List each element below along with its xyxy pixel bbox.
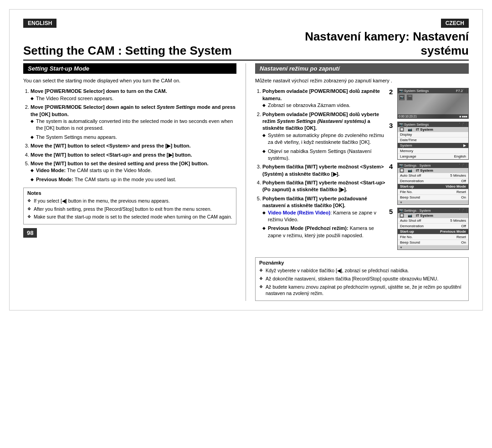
czech-substep-1-1: Zobrazí se obrazovka Záznam videa. bbox=[262, 102, 385, 109]
screen-3-menu: Display Date/Time System▶ Memory bbox=[398, 132, 468, 159]
menu4-startup: Start-upVideo Mode bbox=[398, 184, 468, 189]
czech-note-2: Až dokončíte nastavení, stiskem tlačítka… bbox=[259, 275, 465, 282]
screen-5: 📷 Settings : System ⬛⬛ 🔲 📷 IT System A bbox=[397, 208, 469, 250]
substep-1-1: The Video Record screen appears. bbox=[31, 95, 236, 102]
col-english: Setting Start-up Mode You can select the… bbox=[23, 63, 246, 301]
col-czech: Nastavení režimu po zapnutí Můžete nasta… bbox=[246, 63, 469, 301]
screens-column: 2 📷 System Settings F7.2⬛ 📷 bbox=[389, 88, 469, 253]
menu-language: LanguageEnglish bbox=[398, 154, 468, 159]
title-row: Setting the CAM : Setting the System Nas… bbox=[23, 30, 469, 61]
substep-2-2: The System Settings menu appears. bbox=[31, 134, 236, 141]
screen-5-menu: Auto Shut off5 Minutes DemonstrationOff … bbox=[398, 218, 468, 245]
screen-4-num: 4 bbox=[389, 163, 395, 170]
screen-4-title: 📷 Settings : System bbox=[399, 163, 430, 168]
note-2: After you finish setting, press the [Rec… bbox=[27, 206, 232, 213]
menu5-startup: Start-upPrevious Mode bbox=[398, 229, 468, 234]
czech-badge: CZECH bbox=[441, 19, 469, 28]
intro-english: You can select the starting mode display… bbox=[23, 77, 236, 84]
step-3: Move the [W/T] button to select <System>… bbox=[31, 143, 236, 149]
menu4-autoshut: Auto Shut off5 Minutes bbox=[398, 173, 468, 178]
screen-3-icons: ⬛⬛ bbox=[459, 122, 467, 127]
main-columns: Setting Start-up Mode You can select the… bbox=[23, 63, 469, 301]
menu4-beep: Beep SoundOn bbox=[398, 195, 468, 200]
czech-steps-col: Pohybem ovladače [POWER/MODE] dolů zapně… bbox=[255, 88, 385, 253]
screen-4-header: 📷 Settings : System ⬛⬛ bbox=[398, 163, 468, 168]
section-title-czech: Nastavení režimu po zapnutí bbox=[255, 63, 469, 74]
substep-5-1: Video Mode: The CAM starts up in the Vid… bbox=[31, 167, 236, 174]
czech-step-5: Pohybem tlačítka [W/T] vyberte požadovan… bbox=[262, 195, 385, 239]
screen-3-num: 3 bbox=[389, 122, 395, 129]
steps-english: Move [POWER/MODE Selector] down to turn … bbox=[23, 88, 236, 183]
menu5-beep: Beep SoundOn bbox=[398, 240, 468, 245]
page-number: 98 bbox=[23, 224, 236, 238]
steps-czech: Pohybem ovladače [POWER/MODE] dolů zapně… bbox=[255, 88, 385, 239]
screen-5-icons: ⬛⬛ bbox=[459, 209, 467, 213]
screen-2-title: 📷 System Settings bbox=[399, 89, 429, 93]
menu4-demo: DemonstrationOff bbox=[398, 178, 468, 184]
menu4-fileno: File No.Reset bbox=[398, 189, 468, 195]
section-title-english: Setting Start-up Mode bbox=[23, 63, 236, 74]
header-row: ENGLISH CZECH bbox=[23, 19, 469, 28]
screen-4-icons: ⬛⬛ bbox=[459, 163, 467, 168]
time-bar: 0:00:10:23:21 ■ ■■■ bbox=[398, 114, 468, 118]
menu5-fileno: File No.Reset bbox=[398, 234, 468, 240]
screen-3-header: 📷 System Settings ⬛⬛ bbox=[398, 122, 468, 127]
notes-title-english: Notes bbox=[27, 190, 232, 196]
intro-czech: Můžete nastavit výchozí režim zobrazený … bbox=[255, 77, 469, 84]
step-4: Move the [W/T] button to select <Start-u… bbox=[31, 152, 236, 158]
screen-2-info: F7.2⬛ bbox=[456, 89, 467, 93]
page-container: ENGLISH CZECH Setting the CAM : Setting … bbox=[9, 9, 483, 311]
notes-list-english: If you select [◀] button in the menu, th… bbox=[27, 198, 232, 220]
title-english: Setting the CAM : Setting the System bbox=[23, 44, 237, 58]
substep-5-2: Previous Mode: The CAM starts up in the … bbox=[31, 176, 236, 183]
czech-step-2: Pohybem ovladače [POWER/MODE] dolů vyber… bbox=[262, 111, 385, 162]
screen-5-block: 5 📷 Settings : System ⬛⬛ 🔲 📷 IT System bbox=[389, 208, 469, 250]
screen-2-num: 2 bbox=[389, 88, 395, 96]
screen-2-header: 📷 System Settings F7.2⬛ bbox=[398, 88, 468, 93]
notes-box-czech: Poznámky Když vyberete v nabídce tlačítk… bbox=[255, 257, 469, 301]
note-1: If you select [◀] button in the menu, th… bbox=[27, 198, 232, 204]
screen-4-icons-row: 🔲 📷 IT System bbox=[398, 168, 468, 173]
title-czech: Nastavení kamery: Nastavení systému bbox=[255, 30, 469, 58]
screen-4: 📷 Settings : System ⬛⬛ 🔲 📷 IT System A bbox=[397, 163, 469, 205]
screen4-arrow: ▼ bbox=[398, 200, 468, 204]
step-5: Move the [W/T] button to set the desired… bbox=[31, 160, 236, 183]
czech-content-with-screens: Pohybem ovladače [POWER/MODE] dolů zapně… bbox=[255, 88, 469, 253]
czech-substep-5-1: Video Mode (Režim Video): Kamera se zapn… bbox=[262, 209, 385, 224]
note-3: Make sure that the start-up mode is set … bbox=[27, 214, 232, 220]
screen-3-icons-row: 🔲 📷 IT System bbox=[398, 127, 468, 132]
screen5-arrow: ▼ bbox=[398, 245, 468, 249]
step-2: Move [POWER/MODE Selector] down again to… bbox=[31, 104, 236, 141]
czech-step-1: Pohybem ovladače [POWER/MODE] dolů zapně… bbox=[262, 88, 385, 109]
menu-system: System▶ bbox=[398, 143, 468, 148]
notes-box-english: Notes If you select [◀] button in the me… bbox=[23, 188, 236, 224]
screen-5-num: 5 bbox=[389, 208, 395, 215]
czech-substep-5-2: Previous Mode (Předchozí režim): Kamera … bbox=[262, 225, 385, 239]
czech-step-3: Pohybem tlačítka [W/T] vyberte možnost <… bbox=[262, 163, 385, 178]
screen-2: 📷 System Settings F7.2⬛ 📷 🎬 bbox=[397, 88, 469, 119]
english-badge: ENGLISH bbox=[23, 19, 56, 28]
screen-4-block: 4 📷 Settings : System ⬛⬛ 🔲 📷 IT System bbox=[389, 163, 469, 205]
menu5-demo: DemonstrationOff bbox=[398, 224, 468, 229]
screen-2-photo: 📷 🎬 0:00:10:23:21 ■ ■■■ bbox=[398, 93, 468, 118]
notes-list-czech: Když vyberete v nabídce tlačítko [◀], zo… bbox=[259, 267, 465, 297]
step-1: Move [POWER/MODE Selector] down to turn … bbox=[31, 88, 236, 102]
czech-note-1: Když vyberete v nabídce tlačítko [◀], zo… bbox=[259, 267, 465, 274]
screen-5-icons-row: 🔲 📷 IT System bbox=[398, 213, 468, 218]
menu-memory: Memory bbox=[398, 148, 468, 154]
screen-3: 📷 System Settings ⬛⬛ 🔲 📷 IT System Dis bbox=[397, 122, 469, 160]
czech-substep-2-2: Objeví se nabídka System Settings (Nasta… bbox=[262, 148, 385, 162]
czech-note-3: Až budete kameru znovu zapínat po předch… bbox=[259, 284, 465, 297]
notes-title-czech: Poznámky bbox=[259, 260, 465, 265]
czech-substep-2-1: Systém se automaticky přepne do zvolenéh… bbox=[262, 132, 385, 146]
screen-5-title: 📷 Settings : System bbox=[399, 209, 430, 213]
substep-2-1: The system is automatically converted in… bbox=[31, 118, 236, 132]
cam-icon2: 🎬 bbox=[406, 94, 413, 101]
czech-step-4: Pohybem tlačítka [W/T] vyberte možnost <… bbox=[262, 179, 385, 193]
cam-icon: 📷 bbox=[399, 94, 405, 101]
screen-3-block: 3 📷 System Settings ⬛⬛ 🔲 📷 IT System bbox=[389, 122, 469, 160]
menu-display: Display bbox=[398, 132, 468, 137]
menu5-autoshut: Auto Shut off5 Minutes bbox=[398, 218, 468, 224]
screen-2-block: 2 📷 System Settings F7.2⬛ 📷 bbox=[389, 88, 469, 119]
screen-4-menu: Auto Shut off5 Minutes DemonstrationOff … bbox=[398, 173, 468, 200]
